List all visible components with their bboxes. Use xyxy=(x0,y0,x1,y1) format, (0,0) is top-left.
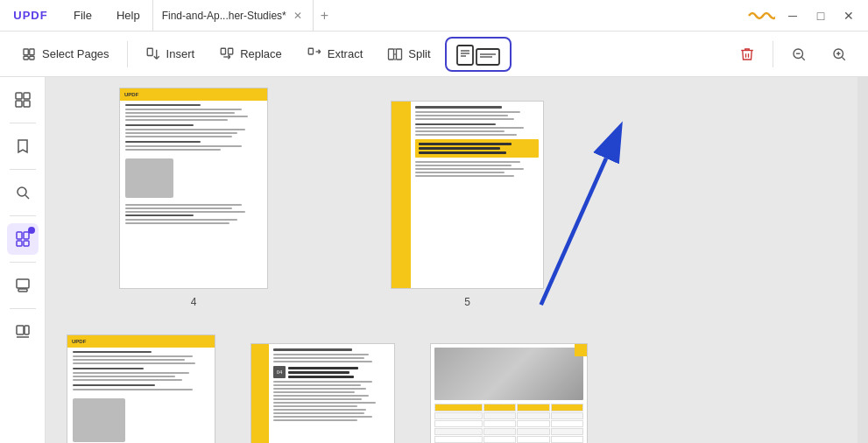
title-bar: UPDF File Help Find-and-Ap...her-Studies… xyxy=(0,0,868,32)
main-area: UPDF xyxy=(0,77,868,443)
svg-rect-38 xyxy=(16,101,22,107)
svg-rect-42 xyxy=(17,232,22,239)
page-thumb-5 xyxy=(391,101,544,289)
close-btn[interactable]: ✕ xyxy=(836,4,861,28)
page-item-9[interactable]: 9 xyxy=(430,343,588,443)
select-pages-icon xyxy=(21,46,37,62)
pages-container: UPDF xyxy=(46,77,857,443)
svg-rect-3 xyxy=(30,56,34,60)
page-item-5[interactable]: 5 xyxy=(391,101,544,308)
page-4-label: 4 xyxy=(191,296,197,308)
svg-rect-37 xyxy=(24,93,30,99)
select-pages-btn[interactable]: Select Pages xyxy=(11,41,120,67)
scrollbar-right[interactable] xyxy=(857,77,868,443)
svg-rect-45 xyxy=(24,241,29,246)
page-thumb-9 xyxy=(430,343,588,443)
app-logo: UPDF xyxy=(0,0,61,31)
title-bar-actions: ─ □ ✕ xyxy=(745,4,868,28)
sidebar-export-btn[interactable] xyxy=(7,316,39,348)
menu-help[interactable]: Help xyxy=(104,0,152,31)
maximize-btn[interactable]: □ xyxy=(808,4,833,28)
sidebar-div1 xyxy=(10,123,36,123)
page-organize-icon xyxy=(455,42,501,67)
sidebar-div5 xyxy=(10,308,36,309)
sidebar-div2 xyxy=(10,169,36,170)
zoom-out-icon xyxy=(791,46,807,62)
svg-rect-18 xyxy=(397,49,402,60)
svg-line-41 xyxy=(25,195,29,199)
title-menu: File Help xyxy=(61,0,152,31)
page-thumb-7: UPDF xyxy=(67,334,215,443)
insert-label: Insert xyxy=(166,47,195,60)
active-tab[interactable]: Find-and-Ap...her-Studies* ✕ xyxy=(152,0,314,31)
svg-rect-8 xyxy=(221,48,225,54)
sidebar-search-btn[interactable] xyxy=(7,177,39,208)
svg-rect-47 xyxy=(18,289,27,292)
delete-page-btn[interactable] xyxy=(729,41,766,67)
sidebar-layers-btn[interactable] xyxy=(7,270,39,301)
svg-rect-49 xyxy=(25,326,29,334)
sidebar-bookmark-btn[interactable] xyxy=(7,130,39,162)
zoom-in-btn[interactable] xyxy=(821,41,857,67)
pages-row-1: UPDF xyxy=(67,88,836,308)
svg-line-35 xyxy=(842,57,844,60)
trash-icon xyxy=(739,46,755,62)
select-pages-label: Select Pages xyxy=(42,47,109,60)
page-item-8[interactable]: 04 xyxy=(251,343,395,443)
zoom-out-btn[interactable] xyxy=(780,41,817,67)
minimize-btn[interactable]: ─ xyxy=(780,4,805,28)
zoom-in-icon xyxy=(831,46,847,62)
split-btn[interactable]: Split xyxy=(377,41,441,67)
page-5-label: 5 xyxy=(464,296,470,308)
svg-rect-44 xyxy=(17,241,22,246)
sidebar-div4 xyxy=(10,262,36,263)
content-area: UPDF xyxy=(46,77,857,443)
replace-icon xyxy=(219,46,235,62)
menu-file[interactable]: File xyxy=(61,0,104,31)
page-thumb-8: 04 xyxy=(251,343,395,443)
app-logo-text: UPDF xyxy=(13,9,47,22)
replace-label: Replace xyxy=(240,47,282,60)
page-item-7[interactable]: UPDF xyxy=(67,334,215,443)
sidebar-badge-dot xyxy=(28,227,35,234)
svg-rect-39 xyxy=(24,101,30,107)
svg-rect-13 xyxy=(308,48,313,54)
sidebar-pages-btn[interactable] xyxy=(7,223,39,255)
split-icon xyxy=(387,46,403,62)
svg-point-40 xyxy=(18,187,26,196)
extract-icon xyxy=(307,46,322,62)
svg-rect-17 xyxy=(389,49,394,60)
svg-rect-36 xyxy=(16,93,22,99)
extract-btn[interactable]: Extract xyxy=(296,41,373,67)
svg-rect-2 xyxy=(24,56,28,60)
sidebar-thumbnails-btn[interactable] xyxy=(7,84,39,116)
page-thumb-4: UPDF xyxy=(119,88,268,289)
tab-label: Find-and-Ap...her-Studies* xyxy=(162,10,286,22)
svg-rect-46 xyxy=(17,279,29,288)
svg-rect-48 xyxy=(17,326,24,334)
sep2 xyxy=(773,41,773,67)
tab-close-btn[interactable]: ✕ xyxy=(292,8,304,24)
sep1 xyxy=(127,41,128,67)
page-item-4[interactable]: UPDF xyxy=(119,88,268,308)
svg-rect-9 xyxy=(229,48,233,54)
svg-rect-43 xyxy=(24,232,29,239)
replace-btn[interactable]: Replace xyxy=(208,41,293,67)
svg-rect-4 xyxy=(147,48,152,55)
insert-icon xyxy=(145,46,161,62)
split-label: Split xyxy=(408,47,430,60)
toolbar: Select Pages Insert Replace Extract xyxy=(0,32,868,77)
extract-label: Extract xyxy=(328,47,363,60)
insert-btn[interactable]: Insert xyxy=(135,41,206,67)
page-organize-btn[interactable] xyxy=(445,37,512,72)
svg-rect-22 xyxy=(457,46,473,65)
sidebar-left xyxy=(0,77,46,443)
svg-line-31 xyxy=(801,57,804,60)
wavy-icon xyxy=(745,7,777,25)
svg-rect-0 xyxy=(24,49,28,55)
new-tab-btn[interactable]: + xyxy=(314,8,335,24)
tab-bar: Find-and-Ap...her-Studies* ✕ + xyxy=(152,0,745,31)
pages-row-2: UPDF xyxy=(67,334,836,443)
sidebar-div3 xyxy=(10,215,36,216)
svg-rect-1 xyxy=(30,49,34,55)
